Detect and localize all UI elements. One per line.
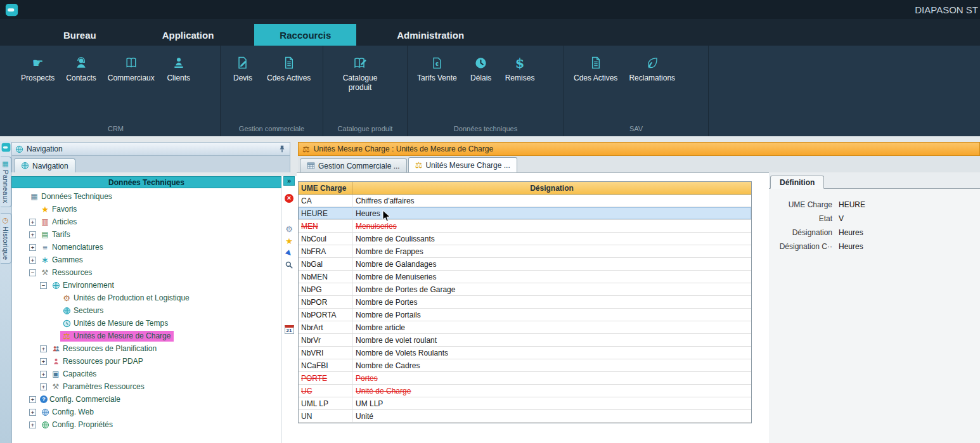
tree-item-secteurs[interactable]: +Secteurs bbox=[12, 304, 281, 317]
search-magnifier-icon bbox=[285, 260, 293, 269]
table-row-nbmen[interactable]: NbMENNombre de Menuiseries bbox=[299, 271, 751, 283]
search-magnifier-button[interactable] bbox=[283, 259, 295, 271]
ribbon-button-cdes-actives[interactable]: Cdes Actives bbox=[568, 55, 623, 83]
table-row-nbporta[interactable]: NbPORTANombre de Portails bbox=[299, 309, 751, 321]
tree-expander-icon[interactable]: + bbox=[29, 409, 36, 416]
table-row-ncafbi[interactable]: NCaFBINombre de Cadres bbox=[299, 359, 751, 372]
tree-item-nomenclatures[interactable]: +≡Nomenclatures bbox=[12, 241, 281, 254]
tree-expander-icon[interactable]: + bbox=[29, 244, 36, 251]
table-row-porte[interactable]: PORTEPortes bbox=[299, 372, 751, 385]
tab-definition[interactable]: Définition bbox=[770, 176, 824, 189]
ribbon-tab-administration[interactable]: Administration bbox=[371, 24, 489, 46]
tree-item-config-commerciale[interactable]: +?Config. Commerciale bbox=[12, 393, 281, 406]
tree-item-ressources[interactable]: −⚒Ressources bbox=[12, 266, 281, 279]
tree-expander-icon[interactable]: − bbox=[29, 269, 36, 276]
tree-item-unites-de-production-et-logistique[interactable]: +⚙Unités de Production et Logistique bbox=[12, 292, 281, 304]
tree-item-favoris[interactable]: +★Favoris bbox=[12, 203, 281, 215]
tree-item-tarifs[interactable]: +▤Tarifs bbox=[12, 228, 281, 241]
document-tab-gestion-commerciale[interactable]: Gestion Commerciale ... bbox=[300, 158, 407, 172]
discount-dollar-icon: $ bbox=[515, 55, 525, 71]
ribbon-tab-bureau[interactable]: Bureau bbox=[38, 24, 122, 46]
ribbon-button-devis[interactable]: Devis bbox=[224, 55, 261, 83]
tree-item-gammes[interactable]: +∗Gammes bbox=[12, 254, 281, 266]
ribbon-button-reclamations[interactable]: Reclamations bbox=[623, 55, 681, 83]
tab-navigation[interactable]: Navigation bbox=[14, 158, 75, 172]
ribbon-button-contacts[interactable]: Contacts bbox=[60, 55, 101, 83]
ribbon-button-clients[interactable]: Clients bbox=[160, 55, 197, 83]
dock-tab-historique[interactable]: ◷Historique bbox=[1, 213, 11, 264]
table-row-nbpg[interactable]: NbPGNombre de Portes de Garage bbox=[299, 283, 751, 296]
tree-item-unites-de-mesure-de-temps[interactable]: +Unités de Mesure de Temps bbox=[12, 317, 281, 330]
pin-icon[interactable] bbox=[278, 144, 287, 153]
calendar-button[interactable]: 21 bbox=[283, 324, 295, 335]
capacities-icon: ▣ bbox=[51, 370, 61, 378]
tree-item-unites-de-mesure-de-charge[interactable]: +⚖Unités de Mesure de Charge bbox=[12, 330, 281, 342]
tree-expander-icon[interactable]: + bbox=[29, 421, 36, 428]
tree-expander-icon[interactable]: + bbox=[29, 219, 36, 226]
column-header-ume-charge[interactable]: UME Charge bbox=[299, 182, 352, 194]
tree-expander-icon[interactable]: − bbox=[40, 282, 47, 289]
tree-expander-icon[interactable]: + bbox=[29, 231, 36, 238]
ribbon-button-tarifs-vente[interactable]: €Tarifs Vente bbox=[411, 55, 463, 83]
table-row-heure[interactable]: HEUREHeures bbox=[299, 207, 751, 220]
table-row-nbcoul[interactable]: NbCoulNombre de Coulissants bbox=[299, 233, 751, 245]
tree-item-ressources-de-planification[interactable]: +Ressources de Planification bbox=[12, 342, 281, 355]
ribbon-group-gestion-commerciale: DevisCdes ActivesGestion commerciale bbox=[221, 46, 323, 136]
tree-item-config-web[interactable]: +Config. Web bbox=[12, 406, 281, 418]
navigation-panel-title: Navigation bbox=[27, 144, 63, 153]
tree-expander-icon[interactable]: + bbox=[40, 358, 47, 365]
ribbon-button-prospects[interactable]: ☛Prospects bbox=[15, 55, 60, 83]
document-tab-unites-mesure-charge[interactable]: ⚖Unités Mesure Charge ... bbox=[408, 157, 517, 172]
tree-expander-icon[interactable]: + bbox=[40, 371, 47, 378]
load-scales-icon: ⚖ bbox=[61, 332, 72, 340]
mouse-cursor bbox=[382, 210, 392, 222]
table-row-nbvri[interactable]: NbVRINombre de Volets Roulants bbox=[299, 347, 751, 359]
production-gear-icon: ⚙ bbox=[61, 294, 72, 302]
table-row-uml-lp[interactable]: UML LPUM LLP bbox=[299, 397, 751, 410]
table-row-un[interactable]: UNUnité bbox=[299, 410, 751, 423]
tree-item-donnees-techniques[interactable]: +▦Données Techniques bbox=[12, 190, 281, 203]
tree-expander-icon[interactable]: + bbox=[29, 396, 36, 403]
tree-item-capacites[interactable]: +▣Capacités bbox=[12, 368, 281, 380]
table-row-nbgal[interactable]: NbGalNombre de Galandages bbox=[299, 258, 751, 271]
planning-people-icon bbox=[51, 345, 61, 353]
tariffs-sheets-icon: ▤ bbox=[40, 231, 50, 238]
dock-tab-panneaux[interactable]: ▦Panneaux bbox=[1, 157, 11, 207]
ribbon-button-commerciaux[interactable]: Commerciaux bbox=[102, 55, 160, 83]
table-row-nbpor[interactable]: NbPORNombre de Portes bbox=[299, 296, 751, 309]
tree-expander-icon[interactable]: + bbox=[29, 257, 36, 264]
column-header-designation[interactable]: Désignation bbox=[352, 182, 751, 194]
ribbon-button-catalogue-produit[interactable]: Catalogue produit bbox=[327, 55, 393, 93]
table-row-nbrart[interactable]: NbrArtNombre article bbox=[299, 321, 751, 334]
table-row-uc[interactable]: UCUnité de Charge bbox=[299, 385, 751, 397]
favorites-star-icon: ★ bbox=[40, 205, 50, 214]
tree-panel-title: Données Techniques bbox=[108, 178, 184, 187]
tree-item-parametres-ressources[interactable]: +⚒Paramètres Ressources bbox=[12, 380, 281, 393]
quote-doc-pencil-icon bbox=[236, 55, 250, 71]
table-row-ca[interactable]: CAChiffres d'affaires bbox=[299, 195, 751, 207]
ribbon-button-cdes-actives[interactable]: Cdes Actives bbox=[261, 55, 316, 83]
collapse-panel-button[interactable]: » bbox=[283, 176, 295, 186]
tree-item-environnement[interactable]: −Environnement bbox=[12, 279, 281, 292]
panels-icon: ▦ bbox=[2, 160, 8, 167]
web-globe-icon bbox=[40, 408, 50, 416]
dock-logo-icon bbox=[1, 143, 11, 152]
tree-expander-icon[interactable]: + bbox=[40, 383, 47, 390]
tree-item-config-proprietes[interactable]: +Config. Propriétés bbox=[12, 418, 281, 431]
history-clock-icon: ◷ bbox=[3, 217, 9, 224]
tree-expander-icon[interactable]: + bbox=[40, 345, 47, 352]
pointer-arrow-button[interactable]: ▶ bbox=[283, 247, 295, 259]
ribbon-button-delais[interactable]: Délais bbox=[463, 55, 500, 83]
table-row-men[interactable]: MENMenuiseries bbox=[299, 220, 751, 233]
table-row-nbrvr[interactable]: NbrVrNombre de volet roulant bbox=[299, 334, 751, 347]
ribbon-tab-raccourcis[interactable]: Raccourcis bbox=[254, 24, 356, 46]
tree-item-articles[interactable]: +▥Articles bbox=[12, 215, 281, 228]
table-row-nbfra[interactable]: NbFRANombre de Frappes bbox=[299, 245, 751, 258]
tree-item-ressources-pour-pdap[interactable]: +Ressources pour PDAP bbox=[12, 355, 281, 368]
filter-gear-button[interactable]: ⚙ bbox=[283, 223, 295, 234]
sales-tariff-doc-icon: € bbox=[430, 55, 444, 71]
favorite-star-button[interactable]: ★ bbox=[283, 235, 295, 247]
ribbon-tab-application[interactable]: Application bbox=[137, 24, 240, 46]
ribbon-button-remises[interactable]: $Remises bbox=[500, 55, 541, 83]
delete-circle-button[interactable]: × bbox=[283, 193, 295, 204]
